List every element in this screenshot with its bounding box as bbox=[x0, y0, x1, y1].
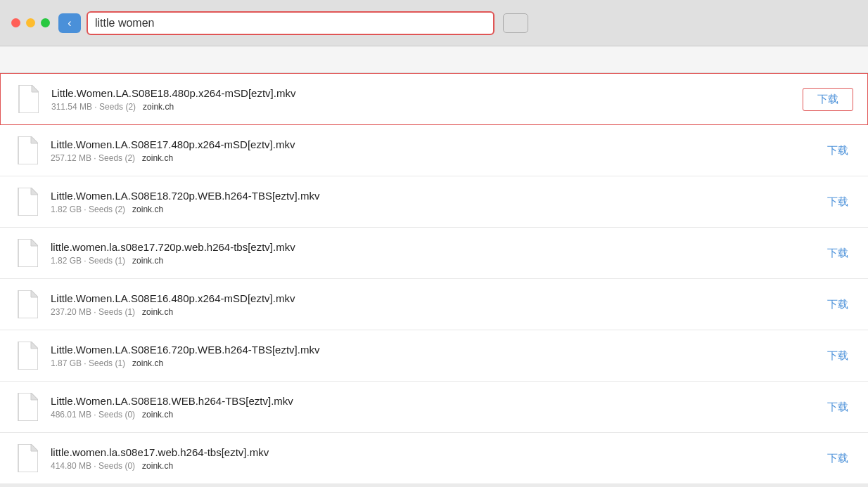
result-item: Little.Women.LA.S08E16.720p.WEB.h264-TBS… bbox=[0, 330, 868, 382]
file-source: zoink.ch bbox=[142, 153, 173, 163]
file-icon bbox=[14, 186, 39, 217]
pause-button[interactable] bbox=[503, 13, 528, 33]
file-source: zoink.ch bbox=[142, 461, 173, 471]
file-info: Little.Women.LA.S08E16.720p.WEB.h264-TBS… bbox=[51, 344, 822, 368]
file-source: zoink.ch bbox=[143, 102, 174, 112]
file-source: zoink.ch bbox=[142, 410, 173, 420]
download-button[interactable]: 下载 bbox=[822, 244, 854, 263]
file-meta: 1.87 GB · Seeds (1) zoink.ch bbox=[51, 358, 822, 368]
download-button[interactable]: 下载 bbox=[822, 398, 854, 417]
file-info: Little.Women.LA.S08E18.720p.WEB.h264-TBS… bbox=[51, 190, 822, 214]
search-input[interactable] bbox=[95, 17, 486, 30]
back-icon: ‹ bbox=[68, 17, 71, 30]
file-meta: 1.82 GB · Seeds (1) zoink.ch bbox=[51, 256, 822, 266]
file-icon bbox=[14, 340, 39, 371]
file-name: Little.Women.LA.S08E16.720p.WEB.h264-TBS… bbox=[51, 344, 822, 356]
file-source: zoink.ch bbox=[132, 358, 163, 368]
file-source: zoink.ch bbox=[132, 204, 163, 214]
search-input-wrapper[interactable] bbox=[87, 11, 494, 35]
results-list: Little.Women.LA.S08E18.480p.x264-mSD[ezt… bbox=[0, 73, 868, 484]
file-name: Little.Women.LA.S08E18.WEB.h264-TBS[eztv… bbox=[51, 395, 822, 407]
file-name: Little.Women.LA.S08E17.480p.x264-mSD[ezt… bbox=[51, 138, 822, 150]
file-meta: 237.20 MB · Seeds (1) zoink.ch bbox=[51, 307, 822, 317]
file-icon bbox=[14, 135, 39, 166]
file-source: zoink.ch bbox=[132, 256, 163, 266]
file-icon bbox=[14, 443, 39, 474]
result-item: Little.Women.LA.S08E18.720p.WEB.h264-TBS… bbox=[0, 176, 868, 228]
maximize-button[interactable] bbox=[41, 18, 50, 27]
file-name: Little.Women.LA.S08E18.480p.x264-mSD[ezt… bbox=[51, 87, 803, 99]
file-name: little.women.la.s08e17.web.h264-tbs[eztv… bbox=[51, 446, 822, 458]
file-info: little.women.la.s08e17.720p.web.h264-tbs… bbox=[51, 241, 822, 266]
download-button[interactable]: 下载 bbox=[822, 193, 854, 212]
file-name: Little.Women.LA.S08E18.720p.WEB.h264-TBS… bbox=[51, 190, 822, 202]
download-button[interactable]: 下载 bbox=[803, 88, 853, 111]
file-icon bbox=[14, 289, 39, 320]
file-icon bbox=[14, 391, 39, 422]
download-button[interactable]: 下载 bbox=[822, 141, 854, 160]
file-name: Little.Women.LA.S08E16.480p.x264-mSD[ezt… bbox=[51, 292, 822, 304]
download-button[interactable]: 下载 bbox=[822, 295, 854, 314]
result-item: Little.Women.LA.S08E16.480p.x264-mSD[ezt… bbox=[0, 279, 868, 330]
file-meta: 311.54 MB · Seeds (2) zoink.ch bbox=[51, 102, 803, 112]
file-icon bbox=[14, 238, 39, 268]
file-meta: 1.82 GB · Seeds (2) zoink.ch bbox=[51, 204, 822, 214]
download-button[interactable]: 下载 bbox=[822, 449, 854, 468]
file-meta: 414.80 MB · Seeds (0) zoink.ch bbox=[51, 461, 822, 471]
subtitle-bar bbox=[0, 46, 868, 73]
file-info: Little.Women.LA.S08E18.WEB.h264-TBS[eztv… bbox=[51, 395, 822, 420]
file-info: little.women.la.s08e17.web.h264-tbs[eztv… bbox=[51, 446, 822, 471]
file-source: zoink.ch bbox=[142, 307, 173, 317]
file-name: little.women.la.s08e17.720p.web.h264-tbs… bbox=[51, 241, 822, 253]
download-button[interactable]: 下载 bbox=[822, 346, 854, 365]
result-item: Little.Women.LA.S08E17.480p.x264-mSD[ezt… bbox=[0, 125, 868, 176]
file-meta: 257.12 MB · Seeds (2) zoink.ch bbox=[51, 153, 822, 163]
close-button[interactable] bbox=[11, 18, 20, 27]
minimize-button[interactable] bbox=[26, 18, 35, 27]
result-item: Little.Women.LA.S08E18.WEB.h264-TBS[eztv… bbox=[0, 382, 868, 433]
back-button[interactable]: ‹ bbox=[58, 13, 81, 33]
window-controls bbox=[11, 18, 50, 27]
result-item: Little.Women.LA.S08E18.480p.x264-mSD[ezt… bbox=[0, 73, 868, 125]
result-item: little.women.la.s08e17.720p.web.h264-tbs… bbox=[0, 228, 868, 279]
titlebar: ‹ bbox=[0, 0, 868, 46]
file-icon bbox=[15, 84, 40, 115]
result-item: little.women.la.s08e17.web.h264-tbs[eztv… bbox=[0, 433, 868, 484]
file-info: Little.Women.LA.S08E17.480p.x264-mSD[ezt… bbox=[51, 138, 822, 163]
file-meta: 486.01 MB · Seeds (0) zoink.ch bbox=[51, 410, 822, 420]
file-info: Little.Women.LA.S08E16.480p.x264-mSD[ezt… bbox=[51, 292, 822, 317]
file-info: Little.Women.LA.S08E18.480p.x264-mSD[ezt… bbox=[51, 87, 803, 112]
